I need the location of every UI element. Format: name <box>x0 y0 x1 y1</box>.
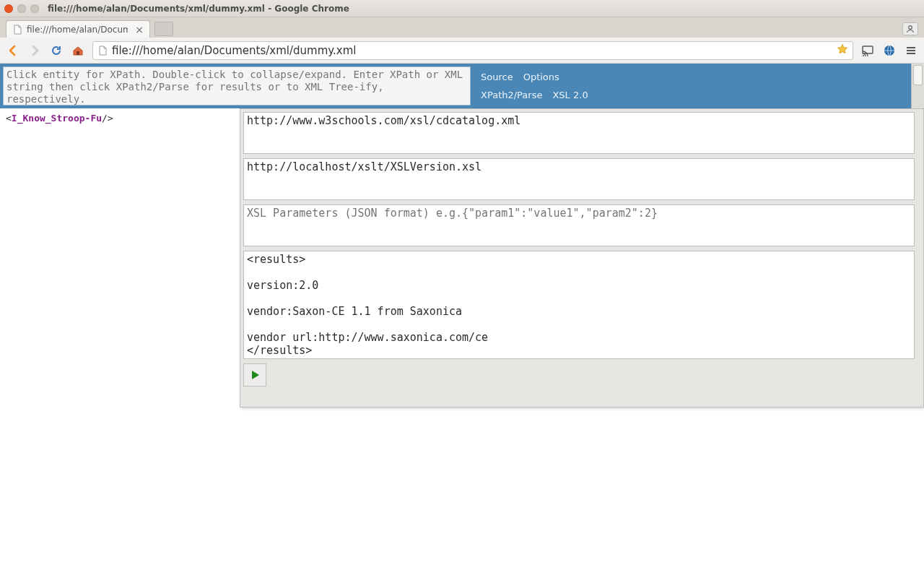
page-icon <box>12 25 22 35</box>
window-title: file:///home/alan/Documents/xml/dummy.xm… <box>48 4 349 14</box>
url-bar[interactable]: file:///home/alan/Documents/xml/dummy.xm… <box>92 41 853 60</box>
tab-title: file:///home/alan/Document <box>27 25 128 35</box>
window-close-button[interactable] <box>4 4 13 13</box>
cast-icon[interactable] <box>860 43 875 58</box>
xsl20-link[interactable]: XSL 2.0 <box>552 90 588 100</box>
tabstrip: file:///home/alan/Document × <box>0 17 924 38</box>
xsl-source-input[interactable] <box>243 158 915 200</box>
url-text: file:///home/alan/Documents/xml/dummy.xm… <box>112 44 356 57</box>
svg-rect-1 <box>77 51 79 55</box>
content-area: <I_Know_Stroop-Fu/> <box>0 108 924 578</box>
menu-icon[interactable] <box>904 43 918 58</box>
window-minimize-button[interactable] <box>17 4 26 13</box>
tab-close-icon[interactable]: × <box>135 24 144 35</box>
page-icon <box>97 46 108 56</box>
reload-button[interactable] <box>49 43 64 58</box>
os-titlebar: file:///home/alan/Documents/xml/dummy.xm… <box>0 0 924 17</box>
browser-tab[interactable]: file:///home/alan/Document × <box>6 20 150 38</box>
home-button[interactable] <box>71 43 85 58</box>
right-panel <box>240 108 924 407</box>
xml-node[interactable]: <I_Know_Stroop-Fu/> <box>6 113 113 124</box>
app-header: Source Options XPath2/Parse XSL 2.0 <box>0 64 924 108</box>
xml-tree-panel[interactable]: <I_Know_Stroop-Fu/> <box>0 108 240 578</box>
results-output[interactable] <box>243 251 915 359</box>
svg-point-3 <box>863 55 864 56</box>
xpath2-parse-link[interactable]: XPath2/Parse <box>481 90 542 100</box>
options-link[interactable]: Options <box>523 72 559 82</box>
bookmark-star-icon[interactable] <box>837 43 848 58</box>
window-maximize-button[interactable] <box>30 4 39 13</box>
source-link[interactable]: Source <box>481 72 513 82</box>
header-scrollbar[interactable] <box>911 64 924 108</box>
profile-button[interactable] <box>902 22 918 35</box>
new-tab-button[interactable] <box>154 22 173 36</box>
forward-button[interactable] <box>27 43 42 58</box>
xml-source-input[interactable] <box>243 112 915 154</box>
xpath-input[interactable] <box>3 66 471 105</box>
header-links: Source Options XPath2/Parse XSL 2.0 <box>474 64 596 108</box>
globe-icon[interactable] <box>882 43 897 58</box>
nav-toolbar: file:///home/alan/Documents/xml/dummy.xm… <box>0 38 924 64</box>
svg-rect-2 <box>863 46 873 53</box>
svg-point-0 <box>909 26 912 30</box>
run-button[interactable] <box>243 363 266 387</box>
xsl-params-input[interactable] <box>243 204 915 246</box>
back-button[interactable] <box>6 43 20 58</box>
